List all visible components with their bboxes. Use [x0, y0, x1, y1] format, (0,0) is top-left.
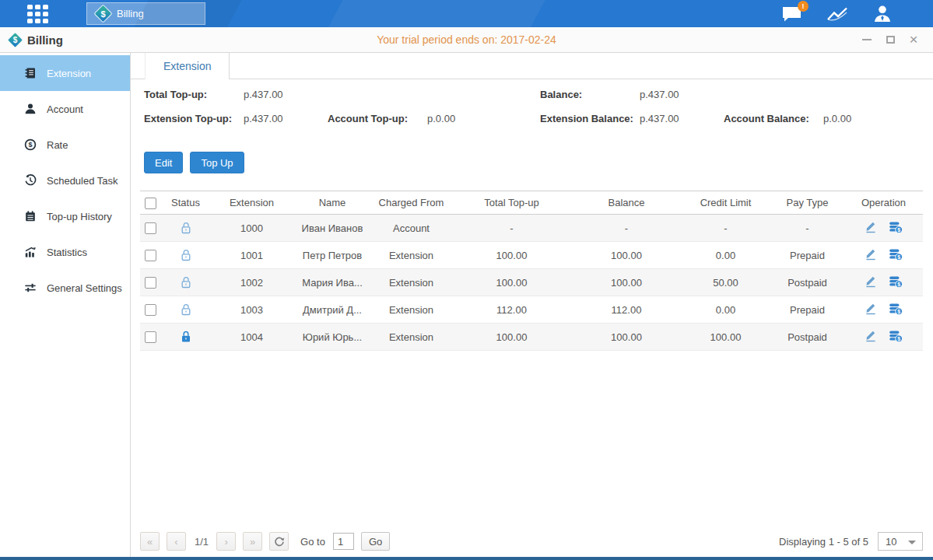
topbar-billing-tab[interactable]: $ Billing [86, 2, 205, 25]
sidebar-item-label: Extension [47, 68, 91, 79]
close-button[interactable]: × [908, 34, 919, 45]
edit-row-icon[interactable] [865, 247, 877, 261]
table-row[interactable]: 1001 Петр Петров Extension 100.00 100.00… [140, 242, 923, 269]
last-page-button[interactable]: » [243, 532, 262, 551]
cell-name: Иван Иванов [293, 215, 371, 242]
sidebar-item-account[interactable]: Account [0, 91, 130, 127]
top-up-row-icon[interactable]: $ [889, 221, 903, 233]
edit-row-icon[interactable] [865, 220, 877, 233]
app-window: $ Billing ! $ Billing Your trial period … [0, 0, 933, 560]
cell-charged-from: Extension [371, 269, 451, 296]
chevron-down-icon [908, 541, 916, 544]
cell-name: Дмитрий Д... [293, 296, 371, 324]
tab-extension[interactable]: Extension [145, 53, 230, 79]
cell-total-topup: 100.00 [451, 269, 572, 296]
status-lock-icon[interactable] [180, 276, 192, 289]
row-checkbox[interactable] [145, 222, 156, 234]
column-balance[interactable]: Balance [572, 191, 681, 215]
top-up-row-icon[interactable]: $ [889, 275, 903, 288]
svg-text:$: $ [897, 281, 900, 287]
cell-balance: 100.00 [572, 324, 681, 351]
top-up-button[interactable]: Top Up [190, 152, 244, 173]
person-icon [23, 103, 37, 115]
row-checkbox[interactable] [145, 304, 156, 316]
page-size-dropdown[interactable]: 10 [878, 532, 923, 551]
sidebar-item-statistics[interactable]: Statistics [0, 234, 130, 270]
sidebar-item-label: Account [47, 103, 83, 115]
next-page-button[interactable]: › [216, 532, 236, 551]
tab-strip: Extension [131, 53, 933, 79]
refresh-button[interactable] [269, 532, 289, 551]
extension-table: Status Extension Name Charged From Total… [140, 191, 923, 351]
row-checkbox[interactable] [145, 277, 156, 289]
edit-button[interactable]: Edit [144, 152, 183, 173]
sidebar-item-label: Rate [47, 139, 68, 151]
window-bottom-edge [0, 557, 933, 560]
table-row[interactable]: 1004 Юрий Юрь... Extension 100.00 100.00… [140, 324, 923, 351]
topbar: $ Billing ! [0, 0, 933, 27]
prev-page-button[interactable]: ‹ [167, 532, 186, 551]
column-pay-type[interactable]: Pay Type [770, 191, 844, 215]
top-up-row-icon[interactable]: $ [889, 330, 903, 342]
page-indicator: 1/1 [195, 536, 209, 548]
notebook-icon [23, 210, 37, 222]
billing-app-icon: $ [93, 4, 112, 23]
column-operation[interactable]: Operation [844, 191, 923, 215]
window-title: Billing [27, 33, 63, 47]
sidebar-item-extension[interactable]: Extension [0, 55, 130, 91]
content-panel: Extension Total Top-up: p.437.00 Balance… [131, 53, 933, 557]
top-up-row-icon[interactable]: $ [889, 248, 903, 261]
svg-text:$: $ [897, 254, 900, 260]
goto-page-input[interactable] [333, 533, 354, 550]
edit-row-icon[interactable] [865, 329, 877, 342]
column-name[interactable]: Name [293, 191, 371, 215]
edit-row-icon[interactable] [865, 275, 877, 288]
row-checkbox[interactable] [145, 250, 156, 261]
stat-extension-balance: Extension Balance: p.437.00 [540, 113, 633, 124]
history-clock-icon [23, 174, 37, 187]
top-up-row-icon[interactable]: $ [889, 303, 903, 315]
table-row[interactable]: 1000 Иван Иванов Account - - - - [140, 215, 923, 242]
sidebar-item-scheduled-task[interactable]: Scheduled Task [0, 163, 130, 198]
row-checkbox[interactable] [145, 331, 156, 343]
status-lock-icon[interactable] [180, 249, 192, 261]
cell-charged-from: Extension [371, 296, 451, 324]
displaying-status: Displaying 1 - 5 of 5 [779, 536, 868, 548]
sidebar-item-topup-history[interactable]: Top-up History [0, 198, 130, 234]
first-page-button[interactable]: « [140, 532, 160, 551]
column-charged-from[interactable]: Charged From [371, 191, 451, 215]
table-row[interactable]: 1003 Дмитрий Д... Extension 112.00 112.0… [140, 296, 923, 324]
select-all-checkbox[interactable] [145, 198, 156, 209]
go-button[interactable]: Go [361, 532, 390, 551]
cell-total-topup: - [451, 215, 572, 242]
svg-text:$: $ [897, 308, 900, 314]
column-total-topup[interactable]: Total Top-up [451, 191, 572, 215]
maximize-button[interactable] [885, 34, 896, 45]
column-status[interactable]: Status [161, 191, 210, 215]
sidebar-item-rate[interactable]: $ Rate [0, 127, 130, 163]
sidebar-item-general-settings[interactable]: General Settings [0, 270, 130, 306]
cell-total-topup: 112.00 [451, 296, 572, 324]
select-all-header [140, 191, 161, 215]
status-lock-icon[interactable] [180, 303, 192, 316]
goto-label: Go to [300, 536, 325, 548]
minimize-button[interactable] [861, 34, 872, 45]
table-row[interactable]: 1002 Мария Ива... Extension 100.00 100.0… [140, 269, 923, 296]
user-account-icon[interactable] [872, 5, 893, 23]
cell-credit-limit: 50.00 [681, 269, 770, 296]
messages-icon[interactable]: ! [781, 5, 802, 23]
cell-credit-limit: - [681, 215, 770, 242]
cell-total-topup: 100.00 [451, 324, 572, 351]
apps-grid-icon[interactable] [27, 5, 54, 23]
edit-row-icon[interactable] [865, 302, 877, 315]
table-header-row: Status Extension Name Charged From Total… [140, 191, 923, 215]
bar-chart-icon [23, 246, 37, 258]
column-extension[interactable]: Extension [210, 191, 293, 215]
sidebar-item-label: Statistics [47, 247, 87, 258]
cell-balance: 112.00 [572, 296, 681, 324]
statistics-chart-icon[interactable] [826, 5, 849, 23]
status-lock-icon[interactable] [180, 331, 192, 343]
column-credit-limit[interactable]: Credit Limit [681, 191, 770, 215]
cell-credit-limit: 100.00 [681, 324, 770, 351]
status-lock-icon[interactable] [180, 222, 192, 234]
